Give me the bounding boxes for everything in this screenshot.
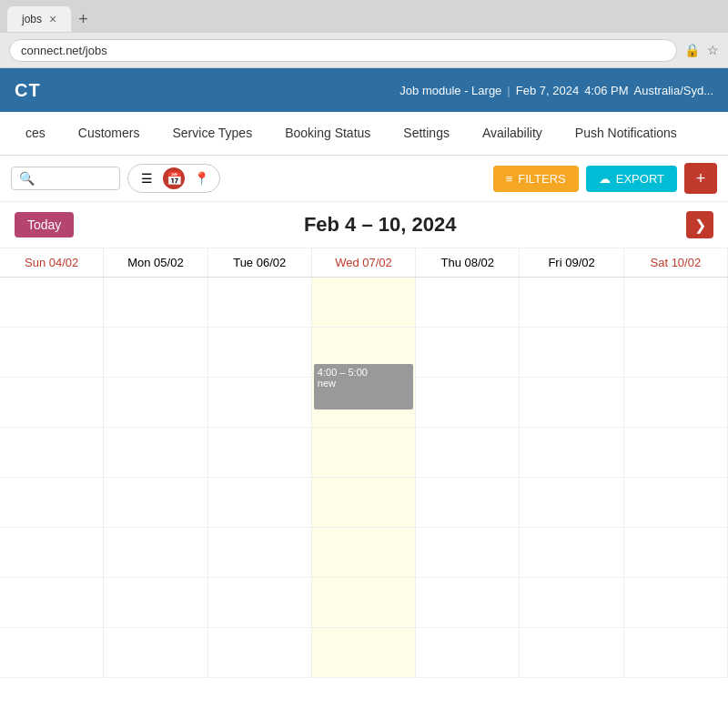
day-cell[interactable]	[104, 278, 207, 328]
day-cell[interactable]	[520, 278, 622, 328]
day-cell[interactable]	[208, 528, 311, 578]
export-button[interactable]: ☁ EXPORT	[586, 166, 677, 192]
bookmark-icon: ☆	[707, 43, 719, 57]
browser-tab[interactable]: jobs ×	[7, 6, 71, 32]
day-col-sun	[0, 278, 104, 678]
day-cell[interactable]	[0, 378, 103, 428]
day-cell[interactable]	[624, 578, 727, 628]
app-header: CT Job module - Large | Feb 7, 2024 4:06…	[0, 68, 728, 112]
day-cell[interactable]	[0, 328, 103, 378]
filters-button[interactable]: ≡ FILTERS	[493, 166, 579, 192]
day-cell[interactable]	[416, 378, 519, 428]
nav-item-booking-status[interactable]: Booking Status	[270, 115, 385, 153]
nav-item-service-types[interactable]: Service Types	[157, 115, 267, 153]
day-cell[interactable]	[104, 528, 207, 578]
lock-icon: 🔒	[684, 43, 700, 57]
list-view-icon[interactable]: ☰	[136, 167, 157, 189]
day-cell[interactable]	[0, 478, 103, 528]
day-cell[interactable]	[624, 328, 727, 378]
day-cell[interactable]	[624, 428, 727, 478]
day-header-thu: Thu 08/02	[416, 248, 520, 277]
nav-item-push-notifications[interactable]: Push Notifications	[561, 115, 692, 153]
day-col-sat	[624, 278, 728, 678]
export-label: EXPORT	[616, 172, 664, 186]
day-cell[interactable]	[312, 578, 415, 628]
day-cell[interactable]	[104, 428, 207, 478]
day-cell[interactable]	[104, 478, 207, 528]
day-cell[interactable]	[624, 628, 727, 678]
search-box[interactable]: 🔍	[11, 167, 120, 190]
day-cell[interactable]	[208, 278, 311, 328]
event-time: 4:00 – 5:00	[318, 367, 410, 378]
search-input[interactable]	[35, 172, 107, 186]
day-cell[interactable]	[208, 478, 311, 528]
today-button[interactable]: Today	[15, 212, 74, 238]
day-cell[interactable]	[416, 528, 519, 578]
day-cell[interactable]	[104, 578, 207, 628]
header-date: Feb 7, 2024	[516, 84, 579, 97]
address-input[interactable]	[9, 39, 677, 62]
day-cell[interactable]	[104, 378, 207, 428]
tab-close-button[interactable]: ×	[49, 12, 56, 26]
day-cell[interactable]	[416, 628, 519, 678]
header-time: 4:06 PM	[584, 84, 628, 97]
day-cell[interactable]	[0, 578, 103, 628]
day-cell[interactable]	[104, 628, 207, 678]
day-cell[interactable]	[0, 278, 103, 328]
calendar-next-arrow[interactable]: ❯	[686, 211, 713, 238]
day-cell[interactable]	[208, 628, 311, 678]
nav-item-customers[interactable]: Customers	[64, 115, 155, 153]
day-cell[interactable]	[520, 378, 622, 428]
day-cell[interactable]	[0, 428, 103, 478]
day-cell[interactable]	[416, 278, 519, 328]
day-cell[interactable]	[416, 428, 519, 478]
day-cell[interactable]	[0, 528, 103, 578]
day-cell[interactable]	[312, 478, 415, 528]
new-tab-button[interactable]: +	[71, 10, 96, 29]
day-cell[interactable]	[312, 528, 415, 578]
day-cell[interactable]	[416, 578, 519, 628]
day-cell[interactable]	[312, 278, 415, 328]
day-cell[interactable]	[520, 428, 622, 478]
day-cell[interactable]	[416, 478, 519, 528]
export-icon: ☁	[599, 172, 611, 186]
day-cell[interactable]	[208, 578, 311, 628]
calendar-view-icon[interactable]: 📅	[163, 167, 185, 189]
day-cell[interactable]	[104, 328, 207, 378]
app-logo: CT	[15, 80, 41, 101]
calendar-main: Today Feb 4 – 10, 2024 ❯ Sun 04/02 Mon 0…	[0, 202, 728, 728]
day-cell[interactable]	[208, 378, 311, 428]
nav-item-settings[interactable]: Settings	[389, 115, 464, 153]
day-cell[interactable]	[624, 378, 727, 428]
day-cell[interactable]	[520, 328, 622, 378]
day-cell[interactable]	[208, 328, 311, 378]
module-name: Job module - Large	[399, 84, 501, 97]
day-header-wed: Wed 07/02	[312, 248, 416, 277]
day-cell[interactable]	[208, 428, 311, 478]
day-header-sun: Sun 04/02	[0, 248, 104, 277]
day-cell[interactable]	[624, 478, 727, 528]
calendar-event[interactable]: 4:00 – 5:00 new	[314, 364, 413, 410]
map-view-icon[interactable]: 📍	[190, 167, 212, 189]
day-header-sat: Sat 10/02	[624, 248, 728, 277]
day-cell[interactable]	[312, 628, 415, 678]
week-body: 4:00 – 5:00 new	[0, 278, 728, 678]
day-cell[interactable]	[520, 478, 622, 528]
day-cell[interactable]	[624, 528, 727, 578]
nav-item-ces[interactable]: ces	[11, 115, 60, 153]
day-col-mon	[104, 278, 207, 678]
day-cell[interactable]	[312, 428, 415, 478]
day-cell[interactable]	[624, 278, 727, 328]
view-toggles: ☰ 📅 📍	[127, 164, 220, 193]
day-cell[interactable]	[520, 628, 622, 678]
nav-item-availability[interactable]: Availability	[468, 115, 557, 153]
add-button[interactable]: +	[684, 163, 717, 194]
calendar-header: Today Feb 4 – 10, 2024 ❯	[0, 202, 728, 248]
day-cell[interactable]	[520, 528, 622, 578]
week-grid: Sun 04/02 Mon 05/02 Tue 06/02 Wed 07/02 …	[0, 248, 728, 678]
filters-label: FILTERS	[518, 172, 566, 186]
day-cell[interactable]	[416, 328, 519, 378]
day-cell[interactable]	[520, 578, 622, 628]
day-header-fri: Fri 09/02	[520, 248, 623, 277]
day-cell[interactable]	[0, 628, 103, 678]
